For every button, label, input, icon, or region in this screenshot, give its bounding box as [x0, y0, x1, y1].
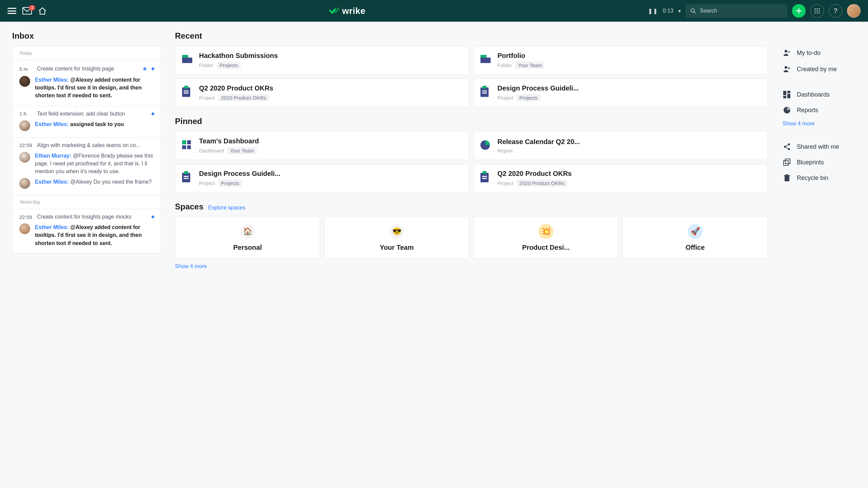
side-recycle-bin[interactable]: Recycle bin: [781, 170, 856, 186]
inbox-item[interactable]: 5 m Create content for Insights page ★ E…: [13, 60, 161, 106]
space-label: Your Team: [328, 244, 466, 251]
avatar: [19, 152, 30, 163]
svg-rect-13: [783, 91, 786, 95]
dashboard-icon: [182, 140, 191, 149]
card-title: Portfolio: [497, 52, 545, 60]
recent-card[interactable]: Q2 2020 Product OKRs Project2020 Product…: [175, 79, 469, 107]
card-type: Project: [199, 180, 215, 186]
side-shared-with-me[interactable]: Shared with me: [781, 139, 856, 155]
svg-point-10: [818, 12, 820, 13]
inbox-title-line: Text field extension: add clear button: [37, 111, 145, 117]
recent-title: Recent: [175, 31, 768, 41]
inbox-sep-yesterday: Yesterday: [13, 195, 161, 209]
card-type: Folder: [497, 62, 512, 68]
svg-rect-23: [785, 176, 789, 181]
app-header: 3 wrike ❚❚ 0:13 ▾ ?: [0, 0, 868, 22]
space-emoji: 💥: [538, 224, 553, 239]
avatar: [19, 120, 30, 131]
side-label: Reports: [797, 107, 818, 114]
space-card[interactable]: 🚀 Office: [623, 216, 768, 259]
search-input[interactable]: [699, 7, 783, 14]
card-title: Design Process Guideli...: [497, 84, 579, 92]
brand-logo[interactable]: wrike: [329, 6, 366, 16]
inbox-item[interactable]: 1 h Text field extension: add clear butt…: [13, 106, 161, 137]
inbox-time: 22:59: [19, 142, 31, 148]
spaces-show-more-link[interactable]: Show 4 more: [175, 263, 207, 269]
inbox-title: Inbox: [12, 31, 161, 41]
apps-button[interactable]: [810, 4, 824, 18]
home-button[interactable]: [38, 7, 47, 15]
project-icon: [182, 173, 190, 182]
avatar: [19, 76, 30, 87]
svg-rect-21: [784, 161, 788, 165]
inbox-title-line: Create content for Insights page: [37, 66, 136, 72]
pinned-card[interactable]: Release Calendar Q2 20... Report: [473, 131, 768, 160]
svg-rect-25: [786, 174, 788, 175]
timer[interactable]: ❚❚ 0:13 ▾: [648, 8, 681, 14]
space-card[interactable]: 😎 Your Team: [324, 216, 469, 259]
pinned-card[interactable]: Q2 2020 Product OKRs Project2020 Product…: [473, 164, 768, 192]
inbox-item[interactable]: 22:59 Create content for Insights page m…: [13, 209, 161, 253]
side-show-more-link[interactable]: Show 4 more: [783, 121, 814, 126]
inbox-time: 22:59: [19, 214, 31, 220]
space-card[interactable]: 💥 Product Desi...: [473, 216, 618, 259]
side-created-by-me[interactable]: Created by me: [781, 61, 856, 77]
space-card[interactable]: 🏠 Personal: [175, 216, 320, 259]
svg-point-6: [816, 10, 817, 11]
menu-button[interactable]: [7, 8, 16, 14]
svg-rect-22: [785, 159, 790, 164]
inbox-time: 5 m: [19, 66, 31, 72]
pinned-grid: Team's Dashboard DashboardYour Team Rele…: [175, 131, 768, 192]
inbox-button[interactable]: 3: [22, 7, 32, 15]
space-emoji: 🏠: [240, 224, 255, 239]
folder-icon: [182, 55, 192, 63]
chevron-down-icon: ▾: [678, 8, 681, 14]
svg-point-5: [814, 10, 815, 11]
inbox-message: Esther Miles: @Alexey added content for …: [35, 76, 154, 100]
svg-point-2: [814, 8, 815, 9]
recent-card[interactable]: Design Process Guideli... ProjectProject…: [473, 79, 768, 107]
card-title: Team's Dashboard: [199, 137, 259, 145]
help-button[interactable]: ?: [829, 4, 842, 18]
inbox-column: Inbox Today 5 m Create content for Insig…: [12, 31, 161, 269]
side-dashboards[interactable]: Dashboards: [781, 87, 856, 102]
home-icon: [38, 7, 47, 15]
hamburger-icon: [7, 8, 16, 14]
recent-card[interactable]: Portfolio FolderYour Team: [473, 46, 768, 75]
inbox-message: Ethan Murray: @Florence Brady please see…: [35, 152, 154, 176]
pinned-card[interactable]: Design Process Guideli... ProjectProject…: [175, 164, 469, 192]
pinned-card[interactable]: Team's Dashboard DashboardYour Team: [175, 131, 469, 160]
svg-rect-14: [787, 91, 790, 93]
card-chip: Projects: [218, 180, 242, 187]
card-chip: 2020 Product OKRs: [218, 94, 269, 101]
card-type: Project: [199, 95, 215, 101]
side-blueprints[interactable]: Blueprints: [781, 155, 856, 170]
user-avatar[interactable]: [847, 4, 861, 18]
side-my-todo[interactable]: My to-do: [781, 45, 856, 61]
unread-dot-icon: [152, 67, 154, 70]
unread-dot-icon: [152, 216, 154, 218]
share-icon: [783, 143, 791, 150]
side-reports[interactable]: Reports: [781, 102, 856, 118]
side-label: Dashboards: [797, 91, 830, 98]
space-emoji: 🚀: [688, 224, 703, 239]
project-icon: [480, 87, 489, 97]
inbox-item[interactable]: 22:59 Align with marketing & sales teams…: [13, 137, 161, 195]
plus-icon: [796, 8, 802, 14]
star-icon[interactable]: ★: [142, 65, 147, 73]
create-button[interactable]: [792, 4, 806, 18]
card-title: Design Process Guideli...: [199, 170, 280, 178]
recent-grid: Hackathon Submissions FolderProjects Por…: [175, 46, 768, 107]
pause-icon: ❚❚: [648, 8, 658, 14]
person-check-icon: [783, 49, 791, 57]
side-label: Blueprints: [797, 159, 824, 166]
search-icon: [690, 8, 696, 14]
spaces-grid: 🏠 Personal 😎 Your Team 💥 Product Desi...…: [175, 216, 768, 259]
explore-spaces-link[interactable]: Explore spaces: [208, 205, 245, 211]
search-field[interactable]: [686, 4, 787, 18]
side-label: My to-do: [797, 49, 821, 57]
svg-rect-24: [784, 175, 790, 176]
recent-card[interactable]: Hackathon Submissions FolderProjects: [175, 46, 469, 75]
project-icon: [182, 87, 190, 97]
trash-icon: [783, 174, 791, 182]
